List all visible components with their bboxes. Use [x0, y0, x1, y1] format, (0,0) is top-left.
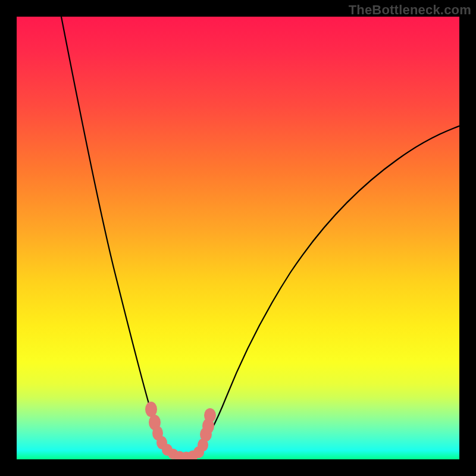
trough-markers — [145, 402, 216, 459]
bottleneck-curve — [17, 17, 459, 459]
watermark-text: TheBottleneck.com — [349, 2, 471, 18]
chart-frame: TheBottleneck.com — [0, 0, 476, 476]
svg-point-13 — [204, 408, 216, 422]
curve-right-branch — [194, 123, 459, 457]
plot-area — [17, 17, 459, 459]
curve-left-branch — [61, 17, 176, 457]
